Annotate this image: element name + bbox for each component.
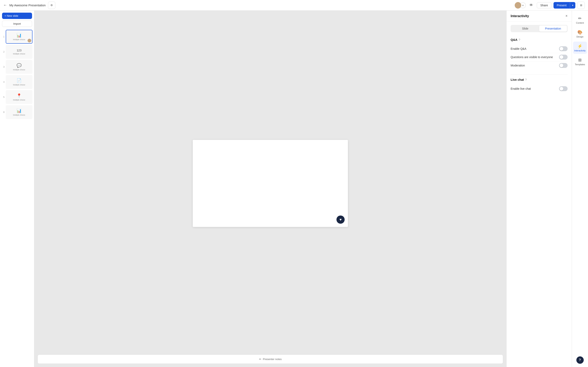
- qa-help-icon[interactable]: ?: [519, 38, 520, 42]
- moderation-toggle[interactable]: [559, 63, 568, 68]
- slide-thumb-label: Multiple choice: [13, 53, 25, 55]
- slide-canvas: ♥: [193, 140, 348, 227]
- topbar: ← My Awesome Presentation ⚙ + 👁 Share Pr…: [0, 0, 588, 11]
- slide-number: 5: [2, 96, 4, 98]
- slide-type-icon: 📊: [17, 108, 22, 113]
- present-dropdown-button[interactable]: ▾: [570, 2, 575, 8]
- tool-item-interactivity[interactable]: ⚡Interactivity: [573, 42, 587, 54]
- slide-thumb-label: Multiple choice: [13, 69, 25, 71]
- templates-icon: ⊞: [578, 58, 582, 62]
- present-button-group: Present ▾: [553, 2, 575, 8]
- design-label: Design: [576, 35, 583, 38]
- presentation-title: My Awesome Presentation: [9, 3, 45, 7]
- presenter-notes-bar[interactable]: ✏ Presenter notes: [38, 355, 503, 364]
- grid-view-button[interactable]: ⊞: [577, 2, 585, 9]
- close-panel-button[interactable]: ×: [565, 14, 568, 18]
- tab-switcher: Slide Presentation: [511, 25, 568, 32]
- slide-type-icon: 📊: [17, 33, 22, 38]
- slide-thumb-label: Multiple choice: [13, 114, 25, 116]
- slide-item[interactable]: 3💬Multiple choice: [2, 60, 33, 74]
- slide-item[interactable]: 8📊Multiple choice: [2, 105, 33, 119]
- toggle-enable-qa: Enable Q&A: [511, 45, 568, 53]
- slide-thumbnail[interactable]: 📍Multiple choice: [6, 90, 33, 104]
- topbar-left: ← My Awesome Presentation ⚙: [3, 2, 55, 9]
- slide-thumbnail[interactable]: 📄Multiple choice: [6, 75, 33, 89]
- livechat-section: Live chat ? Enable live chat: [507, 75, 572, 97]
- add-collaborator-button[interactable]: +: [520, 2, 526, 8]
- enable-qa-toggle[interactable]: [559, 46, 568, 51]
- livechat-title-row: Live chat ?: [511, 78, 568, 81]
- slide-type-icon: 📄: [17, 78, 22, 83]
- preview-button[interactable]: 👁: [528, 2, 535, 8]
- main-layout: + New slide Import 1📊Multiple choice2123…: [0, 11, 588, 367]
- interactivity-panel: Interactivity × Slide Presentation Q&A ?…: [506, 11, 572, 367]
- slide-avatar: [27, 39, 31, 42]
- tools-sidebar: ✏Content🎨Design⚡Interactivity⊞Templates?: [572, 11, 588, 367]
- design-icon: 🎨: [577, 30, 582, 35]
- enable-livechat-label: Enable live chat: [511, 87, 531, 90]
- tool-item-design[interactable]: 🎨Design: [573, 28, 587, 40]
- slide-item[interactable]: 1📊Multiple choice: [2, 30, 33, 44]
- slide-thumb-label: Multiple choice: [13, 99, 25, 101]
- settings-button[interactable]: ⚙: [48, 2, 55, 9]
- new-slide-button[interactable]: + New slide: [2, 13, 32, 19]
- content-label: Content: [576, 22, 584, 24]
- tab-presentation[interactable]: Presentation: [539, 25, 567, 32]
- tab-slide[interactable]: Slide: [511, 25, 539, 32]
- toggle-enable-livechat: Enable live chat: [511, 85, 568, 93]
- slide-thumbnail[interactable]: 123Multiple choice: [6, 45, 33, 59]
- canvas-area: ♥ ✏ Presenter notes: [34, 11, 506, 367]
- interactivity-icon: ⚡: [577, 44, 582, 49]
- tool-item-content[interactable]: ✏Content: [573, 14, 587, 26]
- heart-badge[interactable]: ♥: [337, 216, 345, 224]
- canvas-wrapper: ♥: [34, 11, 506, 355]
- gear-icon: ⚙: [51, 4, 53, 7]
- avatar-group: +: [515, 2, 526, 8]
- enable-qa-label: Enable Q&A: [511, 47, 526, 50]
- qa-section-title: Q&A: [511, 38, 517, 42]
- panel-header: Interactivity ×: [507, 11, 572, 22]
- back-button[interactable]: ←: [3, 3, 7, 7]
- slide-item[interactable]: 4📄Multiple choice: [2, 75, 33, 89]
- interactivity-label: Interactivity: [574, 49, 586, 52]
- present-button[interactable]: Present: [553, 2, 570, 8]
- slides-toolbar: + New slide Import: [0, 11, 34, 29]
- grid-icon: ⊞: [580, 4, 582, 7]
- slide-item[interactable]: 2123Multiple choice: [2, 45, 33, 59]
- slide-number: 2: [2, 50, 4, 53]
- import-button[interactable]: Import: [2, 21, 32, 27]
- slide-type-icon: 💬: [17, 63, 22, 68]
- slides-panel: + New slide Import 1📊Multiple choice2123…: [0, 11, 34, 367]
- topbar-right: + 👁 Share Present ▾ ⊞: [515, 2, 585, 9]
- eye-icon: 👁: [529, 3, 533, 7]
- qa-section: Q&A ? Enable Q&A Questions are visible t…: [507, 35, 572, 74]
- content-icon: ✏: [578, 16, 582, 21]
- slide-thumbnail[interactable]: 📊Multiple choice: [6, 105, 33, 119]
- slide-thumbnail[interactable]: 📊Multiple choice: [6, 30, 33, 44]
- heart-icon: ♥: [339, 217, 342, 222]
- help-fab[interactable]: ?: [576, 356, 584, 364]
- toggle-visible-to-everyone: Questions are visible to everyone: [511, 53, 568, 61]
- tool-item-templates[interactable]: ⊞Templates: [573, 55, 587, 68]
- slide-number: 4: [2, 81, 4, 83]
- visible-everyone-toggle[interactable]: [559, 55, 568, 59]
- livechat-help-icon[interactable]: ?: [525, 78, 527, 81]
- enable-livechat-toggle[interactable]: [559, 86, 568, 91]
- slide-thumb-label: Multiple choice: [13, 39, 25, 41]
- slide-item[interactable]: 5📍Multiple choice: [2, 90, 33, 104]
- slides-list: 1📊Multiple choice2123Multiple choice3💬Mu…: [0, 29, 34, 367]
- slide-type-icon: 📍: [17, 93, 22, 98]
- slide-number: 1: [2, 35, 4, 38]
- slide-number: 3: [2, 66, 4, 68]
- slide-number: 8: [2, 111, 4, 113]
- panel-title: Interactivity: [511, 14, 529, 18]
- toggle-moderation: Moderation: [511, 61, 568, 69]
- share-button[interactable]: Share: [537, 2, 551, 8]
- moderation-label: Moderation: [511, 64, 525, 67]
- qa-title-row: Q&A ?: [511, 38, 568, 42]
- slide-thumb-text: 123: [17, 49, 21, 52]
- notes-icon: ✏: [259, 358, 261, 361]
- livechat-section-title: Live chat: [511, 78, 524, 81]
- visible-everyone-label: Questions are visible to everyone: [511, 55, 553, 59]
- slide-thumbnail[interactable]: 💬Multiple choice: [6, 60, 33, 74]
